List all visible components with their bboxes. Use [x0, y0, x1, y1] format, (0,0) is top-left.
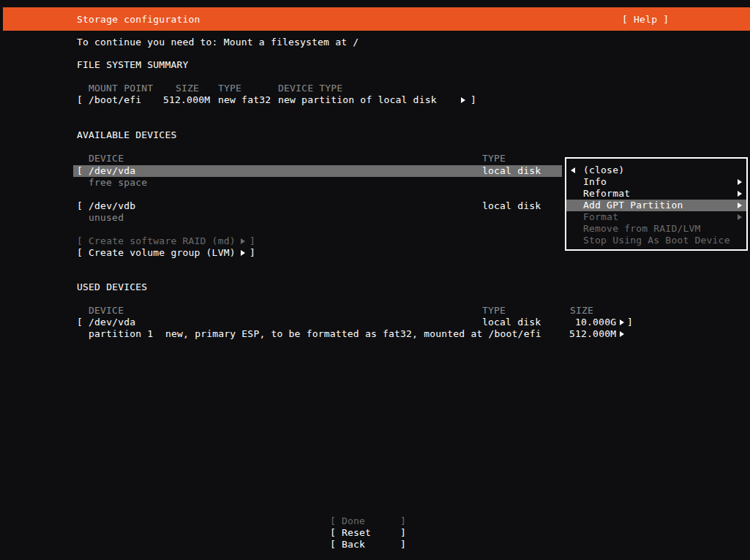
fs-row-expand-icon[interactable] — [461, 97, 465, 103]
fs-col-device-type: DEVICE TYPE — [278, 83, 342, 94]
fs-col-size: SIZE — [176, 83, 199, 94]
partition-row-size: 512.000M — [569, 328, 616, 340]
device-row-vda-type: local disk — [482, 165, 541, 177]
device-actions-menu: (close) Info Reformat Add GPT Partition … — [565, 157, 748, 251]
used-row-vda-size: 10.000G — [575, 317, 616, 328]
reset-close-bracket: ] — [400, 527, 406, 539]
create-raid-expand-icon — [241, 238, 245, 244]
reset-button[interactable]: [ Reset ] — [330, 527, 406, 539]
fs-summary-heading: FILE SYSTEM SUMMARY — [77, 59, 189, 71]
avail-col-type: TYPE — [482, 153, 506, 164]
menu-close-collapse-icon — [571, 167, 575, 173]
fs-row-close-bracket: ] — [470, 94, 476, 106]
menu-item-format: Format — [583, 211, 618, 223]
used-col-type: TYPE — [482, 305, 506, 317]
back-label: Back — [342, 539, 365, 550]
done-label: Done — [342, 515, 365, 527]
menu-item-reformat-submenu-icon — [738, 191, 742, 197]
menu-item-reformat[interactable]: Reformat — [583, 188, 630, 200]
menu-item-stop-using-as-boot-device: Stop Using As Boot Device — [583, 235, 730, 246]
partition-row-description: new, primary ESP, to be formatted as fat… — [165, 328, 541, 340]
menu-item-remove-from-raid-lvm: Remove from RAID/LVM — [583, 223, 701, 235]
menu-item-info-submenu-icon — [738, 179, 742, 185]
menu-item-add-gpt-partition[interactable]: Add GPT Partition — [583, 200, 683, 211]
menu-item-close[interactable]: (close) — [583, 164, 624, 176]
device-row-vda[interactable]: [ /dev/vda — [77, 165, 135, 177]
fs-row-size: 512.000M — [163, 94, 210, 106]
create-lvm-close-bracket: ] — [250, 247, 255, 259]
reset-open-bracket: [ — [330, 527, 336, 539]
used-col-device: DEVICE — [89, 305, 124, 317]
done-close-bracket: ] — [400, 515, 406, 527]
menu-item-add-gpt-partition-submenu-icon — [738, 203, 742, 208]
storage-configuration-screen: Storage configuration [ Help ] To contin… — [0, 0, 750, 560]
back-open-bracket: [ — [330, 539, 336, 550]
device-row-vdb[interactable]: [ /dev/vdb — [77, 200, 135, 212]
partition-row-expand-icon[interactable] — [620, 331, 624, 337]
avail-col-device: DEVICE — [89, 153, 124, 164]
create-raid-close-bracket: ] — [250, 235, 255, 247]
menu-item-format-submenu-icon — [738, 214, 742, 220]
device-row-vdb-type: local disk — [482, 200, 541, 212]
back-close-bracket: ] — [400, 539, 406, 550]
used-row-vda[interactable]: [ /dev/vda — [77, 317, 135, 328]
fs-row-device-type: new partition of local disk — [278, 94, 437, 106]
create-raid-button: [ Create software RAID (md) — [77, 235, 236, 247]
done-open-bracket: [ — [330, 515, 336, 527]
used-row-vda-expand-icon[interactable] — [620, 319, 624, 325]
used-col-size: SIZE — [570, 305, 593, 317]
help-button[interactable]: [ Help ] — [622, 14, 669, 26]
create-lvm-button[interactable]: [ Create volume group (LVM) — [77, 247, 236, 259]
page-title: Storage configuration — [77, 14, 200, 26]
back-button[interactable]: [ Back ] — [330, 539, 406, 550]
fs-col-type: TYPE — [218, 83, 241, 94]
used-devices-heading: USED DEVICES — [77, 281, 147, 293]
used-row-vda-close-bracket: ] — [627, 317, 633, 328]
device-row-vdb-note: unused — [89, 212, 124, 224]
available-devices-heading: AVAILABLE DEVICES — [77, 129, 176, 141]
fs-row-mount-point[interactable]: [ /boot/efi — [77, 94, 141, 106]
menu-item-info[interactable]: Info — [583, 176, 607, 188]
used-row-vda-type: local disk — [482, 317, 541, 328]
fs-row-type: new fat32 — [218, 94, 271, 106]
device-row-vda-note: free space — [89, 177, 147, 189]
partition-row-name[interactable]: partition 1 — [89, 328, 153, 340]
fs-col-mount-point: MOUNT POINT — [89, 83, 153, 94]
guidance-text: To continue you need to: Mount a filesys… — [77, 37, 359, 48]
reset-label: Reset — [342, 527, 371, 539]
create-lvm-expand-icon[interactable] — [241, 250, 245, 256]
done-button: [ Done ] — [330, 515, 406, 527]
